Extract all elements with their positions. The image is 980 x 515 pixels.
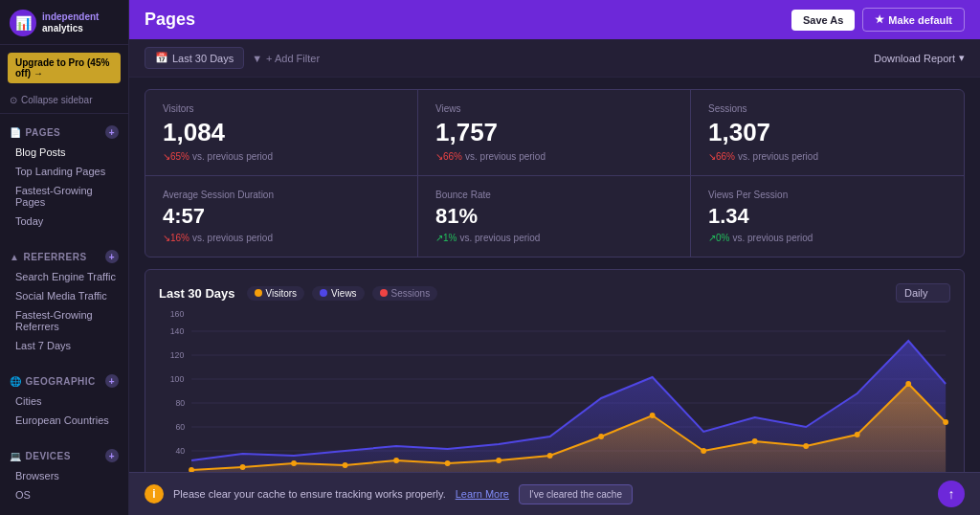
- content-area: Visitors 1,084 ↘65% vs. previous period …: [129, 78, 980, 515]
- sessions-dot: [380, 289, 388, 297]
- cleared-cache-button[interactable]: I've cleared the cache: [519, 484, 633, 504]
- visitor-dot-6: [445, 460, 451, 466]
- logo-icon: 📊: [10, 10, 36, 36]
- chart-legend: Visitors Views Sessions: [247, 286, 438, 301]
- visitor-dot-7: [496, 458, 501, 463]
- sidebar-section-devices: 💻 DEVICES + Browsers OS: [0, 437, 128, 512]
- topbar: Pages Save As ★ Make default: [129, 0, 980, 39]
- views-change: ↘66% vs. previous period: [435, 151, 673, 162]
- sidebar-section-pages: 📄 PAGES + Blog Posts Top Landing Pages F…: [0, 114, 128, 238]
- sessions-value: 1,307: [708, 118, 947, 147]
- sidebar-item-blog-posts[interactable]: Blog Posts: [0, 143, 128, 162]
- views-change-arrow: ↘66%: [435, 151, 462, 162]
- sidebar-item-social-media[interactable]: Social Media Traffic: [0, 286, 128, 305]
- legend-visitors[interactable]: Visitors: [247, 286, 305, 301]
- legend-views[interactable]: Views: [312, 286, 365, 301]
- visitor-dot-2: [240, 464, 246, 470]
- filterbar: 📅 Last 30 Days ▼ + Add Filter Download R…: [129, 39, 980, 78]
- make-default-button[interactable]: ★ Make default: [862, 8, 965, 32]
- sidebar-item-search-engine[interactable]: Search Engine Traffic: [0, 267, 128, 286]
- sidebar-item-cities[interactable]: Cities: [0, 392, 128, 411]
- star-icon: ★: [875, 13, 884, 26]
- views-dot: [320, 289, 327, 297]
- collapse-sidebar-button[interactable]: ⊙ Collapse sidebar: [0, 91, 128, 114]
- visitor-dot-3: [291, 460, 297, 466]
- notification-icon: i: [145, 484, 164, 504]
- sidebar-item-european-countries[interactable]: European Countries: [0, 411, 128, 430]
- stats-wrapper: Visitors 1,084 ↘65% vs. previous period …: [145, 89, 965, 258]
- sidebar-section-referrers: ▲ REFERRERS + Search Engine Traffic Soci…: [0, 238, 128, 363]
- date-range-button[interactable]: 📅 Last 30 Days: [145, 47, 244, 69]
- devices-section-header: 💻 DEVICES +: [0, 445, 128, 466]
- sessions-label: Sessions: [708, 103, 947, 114]
- chart-header: Last 30 Days Visitors Views Sessions: [159, 283, 950, 302]
- page-title: Pages: [145, 10, 195, 30]
- legend-sessions[interactable]: Sessions: [372, 286, 438, 301]
- main-content: Pages Save As ★ Make default 📅 Last 30 D…: [129, 0, 980, 515]
- svg-text:100: 100: [170, 374, 185, 384]
- download-report-button[interactable]: Download Report ▾: [874, 52, 965, 64]
- stat-sessions: Sessions 1,307 ↘66% vs. previous period: [691, 90, 964, 175]
- notification-learn-more[interactable]: Learn More: [456, 488, 509, 500]
- avg-session-value: 4:57: [163, 204, 400, 229]
- svg-text:60: 60: [176, 422, 186, 432]
- stat-visitors: Visitors 1,084 ↘65% vs. previous period: [145, 90, 418, 175]
- visitors-change: ↘65% vs. previous period: [163, 151, 400, 162]
- svg-text:40: 40: [176, 446, 186, 456]
- interval-select[interactable]: Daily Weekly Monthly: [896, 283, 950, 302]
- referrers-section-header: ▲ REFERRERS +: [0, 246, 128, 267]
- scroll-top-button[interactable]: ↑: [938, 481, 965, 507]
- visitor-dot-12: [752, 438, 758, 444]
- sessions-change-arrow: ↘66%: [708, 151, 735, 162]
- visitors-label: Visitors: [163, 103, 400, 114]
- sessions-change: ↘66% vs. previous period: [708, 151, 947, 162]
- sidebar-item-top-landing[interactable]: Top Landing Pages: [0, 162, 128, 181]
- notification-bar: i Please clear your cache to ensure trac…: [129, 472, 980, 515]
- collapse-icon: ⊙: [10, 95, 17, 105]
- vps-label: Views Per Session: [708, 190, 947, 200]
- bounce-rate-arrow: ↗1%: [435, 233, 457, 243]
- chart-title: Last 30 Days: [159, 286, 235, 301]
- vps-change: ↗0% vs. previous period: [708, 233, 947, 243]
- views-value: 1,757: [435, 118, 673, 147]
- bounce-rate-value: 81%: [435, 204, 673, 229]
- devices-add-button[interactable]: +: [105, 449, 119, 462]
- pages-add-button[interactable]: +: [105, 125, 119, 139]
- views-label: Views: [435, 103, 673, 114]
- sidebar-item-os[interactable]: OS: [0, 485, 128, 504]
- topbar-actions: Save As ★ Make default: [791, 8, 965, 32]
- stat-bounce-rate: Bounce Rate 81% ↗1% vs. previous period: [418, 176, 691, 257]
- logo-text: independentanalytics: [42, 11, 99, 34]
- visitors-value: 1,084: [163, 118, 400, 147]
- chevron-down-icon: ▾: [959, 52, 965, 64]
- svg-text:80: 80: [176, 398, 186, 408]
- svg-text:140: 140: [170, 326, 185, 336]
- visitor-dot-10: [650, 413, 656, 418]
- add-filter-button[interactable]: ▼ + Add Filter: [252, 53, 320, 64]
- geographic-add-button[interactable]: +: [105, 374, 119, 388]
- visitor-dot-16: [943, 419, 948, 425]
- sidebar: 📊 independentanalytics Upgrade to Pro (4…: [0, 0, 129, 515]
- sidebar-item-browsers[interactable]: Browsers: [0, 466, 128, 485]
- referrers-add-button[interactable]: +: [105, 250, 119, 263]
- stat-views-per-session: Views Per Session 1.34 ↗0% vs. previous …: [691, 176, 964, 257]
- sidebar-item-fastest-pages[interactable]: Fastest-Growing Pages: [0, 181, 128, 212]
- pages-icon: 📄: [10, 127, 22, 138]
- calendar-icon: 📅: [155, 52, 168, 64]
- svg-text:160: 160: [170, 309, 185, 319]
- sidebar-item-last-7-days[interactable]: Last 7 Days: [0, 336, 128, 355]
- visitor-dot-9: [598, 434, 604, 439]
- sidebar-item-fastest-referrers[interactable]: Fastest-Growing Referrers: [0, 305, 128, 336]
- visitor-dot-14: [855, 432, 860, 437]
- logo: 📊 independentanalytics: [0, 0, 128, 45]
- sidebar-item-today[interactable]: Today: [0, 212, 128, 231]
- avg-session-label: Average Session Duration: [163, 190, 400, 200]
- visitor-dot-5: [393, 458, 399, 463]
- devices-icon: 💻: [10, 451, 22, 461]
- save-as-button[interactable]: Save As: [791, 10, 855, 31]
- stats-row-bottom: Average Session Duration 4:57 ↘16% vs. p…: [145, 176, 964, 257]
- vps-arrow: ↗0%: [708, 233, 729, 243]
- avg-session-change: ↘16% vs. previous period: [163, 233, 400, 243]
- upgrade-button[interactable]: Upgrade to Pro (45% off) →: [8, 53, 121, 83]
- visitor-dot-15: [905, 381, 911, 387]
